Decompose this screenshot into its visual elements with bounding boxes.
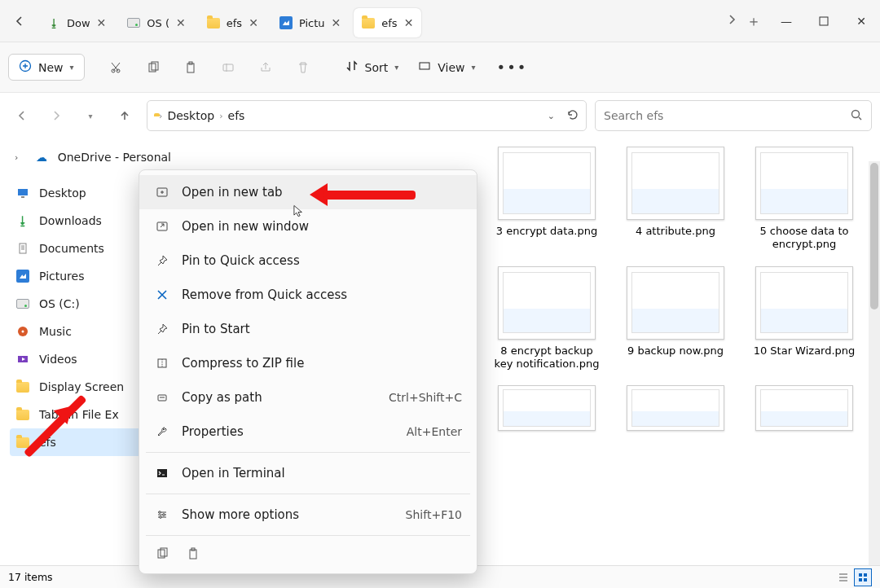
paste-button[interactable] [174,53,207,82]
annotation-arrow [310,183,416,206]
tab[interactable]: efs ✕ [199,8,266,37]
copy-button[interactable] [137,53,169,82]
tab-icon [127,16,140,29]
new-button[interactable]: New ▾ [8,54,85,81]
titlebar-back-button[interactable] [0,0,39,42]
nav-back-button[interactable] [8,102,36,129]
file-name: 3 encrypt data.png [496,225,597,238]
context-show-more-options[interactable]: Show more options Shift+F10 [139,498,477,532]
svg-rect-11 [18,189,28,195]
svg-rect-8 [223,64,233,71]
minimize-button[interactable]: — [768,0,805,42]
tab-label: Dow [67,17,90,29]
context-item-label: Pin to Start [182,322,250,336]
context-open-new-window[interactable]: Open in new window [139,209,477,244]
nav-forward-button[interactable] [42,102,70,129]
context-properties[interactable]: Properties Alt+Enter [139,415,477,449]
context-pin-quick-access[interactable]: Pin to Quick access [139,244,477,278]
context-pin-start[interactable]: Pin to Start [139,312,477,346]
tab[interactable]: ⭳ Dow ✕ [39,8,114,37]
tab-close-button[interactable]: ✕ [332,16,341,29]
file-name: 8 encrypt backup key notification.png [490,344,604,371]
file-item[interactable]: 8 encrypt backup key notification.png [486,266,608,371]
breadcrumb[interactable]: › Desktop › efs ⌄ [147,100,587,131]
nav-up-button[interactable] [111,102,139,129]
more-button[interactable]: ••• [487,59,538,76]
file-thumbnail [498,147,596,220]
file-item[interactable] [486,385,608,431]
tab-label: OS ( [147,17,169,29]
nav-recent-button[interactable]: ▾ [77,102,104,129]
tab-strip: ⭳ Dow ✕ OS ( ✕ efs ✕ Pictu ✕ efs ✕ [39,0,725,42]
file-name: 5 choose data to encrypt.png [747,225,861,252]
context-item-label: Pin to Quick access [182,253,300,268]
sidebar-item-onedrive[interactable]: › ☁ OneDrive - Personal [10,143,176,171]
breadcrumb-segment[interactable]: efs [228,109,245,122]
tab-close-button[interactable]: ✕ [249,16,258,29]
search-box[interactable] [595,100,872,131]
address-dropdown-button[interactable]: ⌄ [548,111,555,121]
context-open-new-tab[interactable]: Open in new tab [139,175,477,209]
file-thumbnail [627,385,724,431]
tab-icon [207,16,220,29]
copy-path-icon [154,391,170,404]
breadcrumb-segment[interactable]: Desktop [167,109,214,122]
zip-icon [154,357,170,370]
svg-rect-19 [859,578,862,581]
context-open-terminal[interactable]: Open in Terminal [139,456,477,490]
view-button[interactable]: View ▾ [410,55,483,80]
options-icon [154,508,170,521]
file-thumbnail [498,266,596,340]
svg-rect-9 [420,63,429,69]
sidebar-item-label: Display Screen [39,380,124,393]
scrollbar[interactable] [869,161,880,565]
new-tab-button[interactable]: ＋ [746,11,761,31]
separator [146,494,470,494]
file-item[interactable] [614,385,737,431]
plus-circle-icon [19,59,32,75]
svg-point-27 [163,514,165,516]
context-remove-quick-access[interactable]: Remove from Quick access [139,278,477,312]
view-label: View [438,61,464,74]
new-tab-icon [154,186,170,199]
context-compress-zip[interactable]: Compress to ZIP file [139,346,477,380]
context-item-label: Show more options [182,507,299,522]
sort-button[interactable]: Sort ▾ [337,55,407,80]
copy-icon[interactable] [156,547,169,564]
paste-icon[interactable] [187,547,200,564]
file-item[interactable]: 5 choose data to encrypt.png [743,147,865,252]
download-icon: ⭳ [15,213,31,229]
chevron-right-icon: › [219,111,222,121]
svg-rect-13 [20,244,26,253]
refresh-button[interactable] [566,108,579,124]
tab-close-button[interactable]: ✕ [404,16,414,29]
file-item[interactable]: 9 backup now.png [614,266,737,371]
tab[interactable]: OS ( ✕ [119,8,193,37]
context-menu: Open in new tab Open in new window Pin t… [139,169,477,574]
tab-close-button[interactable]: ✕ [97,16,107,29]
scrollbar-thumb[interactable] [870,163,878,309]
view-large-icons-toggle[interactable] [854,568,872,586]
search-input[interactable] [604,109,843,122]
context-copy-path[interactable]: Copy as path Ctrl+Shift+C [139,380,477,415]
file-item[interactable] [743,385,865,431]
music-icon [15,323,31,340]
context-item-label: Open in new tab [182,185,283,200]
file-name: 4 attribute.png [636,225,715,238]
tab[interactable]: efs ✕ [354,8,421,37]
tab[interactable]: Pictu ✕ [271,8,349,37]
separator [146,452,470,453]
close-window-button[interactable]: ✕ [843,0,880,42]
svg-rect-25 [157,469,167,477]
tab-forward-button[interactable] [725,13,738,29]
file-item[interactable]: 3 encrypt data.png [486,147,608,252]
status-item-count: 17 items [8,571,53,583]
tab-close-button[interactable]: ✕ [176,16,186,29]
file-item[interactable]: 10 Star Wizard.png [743,266,865,371]
view-details-toggle[interactable] [834,568,852,586]
cut-button[interactable] [99,53,132,82]
new-window-icon [154,220,170,233]
file-item[interactable]: 4 attribute.png [614,147,737,252]
sort-icon [345,59,359,75]
maximize-button[interactable] [805,0,843,42]
